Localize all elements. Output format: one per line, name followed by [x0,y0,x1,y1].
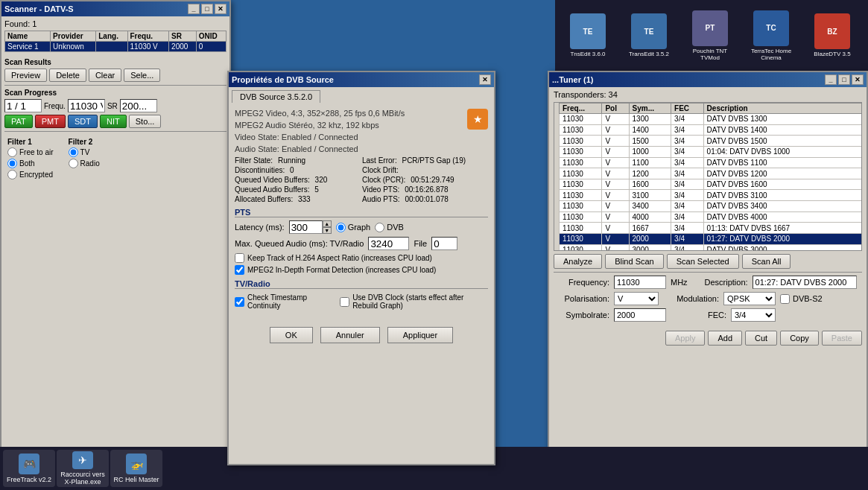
audio-pts-row: Audio PTS: 00:00:01.078 [362,195,488,203]
dvbs2-checkbox[interactable] [780,294,790,304]
video-pts-row: Video PTS: 00:16:26.878 [362,185,488,194]
taskbar-item-rchelmaster[interactable]: 🚁 RC Heli Master [110,450,162,487]
table-row[interactable]: 11030V13003/4DATV DVBS 1300 [560,114,863,125]
table-row[interactable]: 11030V34003/4DATV DVBS 3400 [560,201,863,212]
freq-value-input[interactable] [68,99,105,112]
progress-count-input[interactable] [4,99,42,112]
filter1-encrypted[interactable]: Encrypted [7,170,54,179]
properties-close-btn[interactable]: ✕ [479,74,491,85]
filter2-group: Filter 2 TV Radio [69,138,100,179]
scan-selected-button[interactable]: Scan Selected [667,254,739,269]
app-blazedtv[interactable]: BZ BlazeDTV 3.5 [803,6,861,66]
max-audio-input[interactable] [368,237,409,250]
blind-scan-button[interactable]: Blind Scan [605,254,664,269]
filter2-tv-radio[interactable] [69,147,78,157]
vpts-label: Video PTS: [362,185,399,194]
graph-radio[interactable]: Graph [336,223,371,232]
table-row[interactable]: 11030V40003/4DATV DVBS 4000 [560,211,863,223]
latency-up-arrow[interactable]: ▲ [323,220,332,227]
paste-button[interactable]: Paste [822,331,862,346]
tv-radio-checkboxes: Check Timestamp Continuity Use DVB Clock… [235,291,488,312]
cell-provider: Unknown [51,42,96,52]
analyze-button[interactable]: Analyze [554,254,602,269]
table-row[interactable]: 11030V30003/4DATV DVBS 3000 [560,244,863,251]
filter2-radio-radio[interactable] [69,159,78,168]
file-input[interactable] [431,237,457,250]
table-row[interactable]: Service 1 Unknown 11030 V 2000 0 [5,42,226,52]
preview-button[interactable]: Preview [4,69,47,82]
filter2-radio[interactable]: Radio [69,159,100,168]
scanner-minimize-btn[interactable]: _ [188,4,200,14]
sdt-button[interactable]: SDT [68,115,98,128]
table-row[interactable]: 11030V11003/4DATV DVBS 1100 [560,157,863,168]
apts-value: 00:00:01.078 [405,195,448,203]
filter1-fta-radio[interactable] [7,147,17,157]
transponders-scroll[interactable]: Freq... Pol Sym... FEC Description 11030… [554,102,862,251]
stop-button[interactable]: Sto... [129,115,162,128]
polarisation-select[interactable]: V H [614,292,659,305]
checkbox1-input[interactable] [235,253,244,263]
app-transedit[interactable]: TE TransEdit 3.5.2 [620,6,678,66]
apply-button[interactable]: Appliquer [387,327,453,343]
filter1-fta[interactable]: Free to air [7,147,54,157]
table-row[interactable]: 11030V10003/401:04: DATV DVBS 1000 [560,146,863,157]
checkbox2-input[interactable] [235,265,244,275]
apply-tuner-button[interactable]: Apply [665,331,706,346]
symbolrate-input[interactable] [614,308,666,322]
table-row-selected[interactable]: 11030V20003/401:27: DATV DVBS 2000 [560,234,863,245]
frequency-input[interactable] [614,276,666,289]
tuner-maximize-btn[interactable]: □ [838,74,850,85]
select-button[interactable]: Sele... [124,69,160,82]
dvb-radio[interactable]: DVB [375,223,404,232]
dvb-source-tab[interactable]: DVB Source 3.5.2.0 [232,90,320,103]
checkbox3-row[interactable]: Check Timestamp Continuity [235,293,325,310]
filter1-both[interactable]: Both [7,159,54,168]
checkbox3-input[interactable] [235,297,244,307]
app-terratec[interactable]: TC TerraTec Home Cinema [742,6,800,66]
add-button[interactable]: Add [708,331,742,346]
filter-state-label: Filter State: [235,156,273,165]
taskbar-label-xplane: Raccourci vers X-Plane.exe [58,471,107,486]
checkbox4-input[interactable] [340,297,349,307]
latency-input[interactable] [289,220,323,234]
filter2-tv[interactable]: TV [69,147,100,157]
pat-button[interactable]: PAT [4,115,33,128]
dvbs2-checkbox-row[interactable]: DVB-S2 [780,294,823,304]
clear-button[interactable]: Clear [89,69,121,82]
pmt-button[interactable]: PMT [35,115,66,128]
table-row[interactable]: 11030V14003/4DATV DVBS 1400 [560,124,863,136]
col-provider: Provider [51,31,96,42]
cancel-button[interactable]: Annuler [320,327,380,343]
dvb-radio-input[interactable] [375,223,384,232]
delete-button[interactable]: Delete [49,69,86,82]
fec-select[interactable]: 3/4 1/2 2/3 5/6 7/8 Auto [731,308,776,322]
description-input[interactable] [753,276,857,289]
table-row[interactable]: 11030V31003/4DATV DVBS 3100 [560,190,863,201]
copy-button[interactable]: Copy [780,331,819,346]
sr-value-input[interactable] [120,99,157,112]
scan-all-button[interactable]: Scan All [742,254,791,269]
checkbox4-row[interactable]: Use DVB Clock (starts effect after Rebui… [340,293,488,310]
taskbar-item-freetrack[interactable]: 🎮 FreeTrack v2.2 [3,450,55,487]
scanner-maximize-btn[interactable]: □ [201,4,213,14]
checkbox1-row[interactable]: Keep Track of H.264 Aspect Ratio (increa… [235,253,488,263]
cut-button[interactable]: Cut [745,331,777,346]
table-row[interactable]: 11030V16003/4DATV DVBS 1600 [560,179,863,190]
ok-button[interactable]: OK [270,327,313,343]
tuner-close-btn[interactable]: ✕ [852,74,864,85]
app-pouchin[interactable]: PT Pouchin TNT TVMod [681,6,739,66]
table-row[interactable]: 11030V16673/401:13: DATV DVBS 1667 [560,223,863,234]
tuner-minimize-btn[interactable]: _ [825,74,837,85]
latency-down-arrow[interactable]: ▼ [323,227,332,234]
nit-button[interactable]: NIT [100,115,127,128]
graph-radio-input[interactable] [336,223,346,232]
table-row[interactable]: 11030V15003/4DATV DVBS 1500 [560,136,863,147]
modulation-select[interactable]: QPSK 8PSK [723,292,776,305]
filter1-encrypted-radio[interactable] [7,170,17,179]
filter1-both-radio[interactable] [7,159,17,168]
taskbar-item-xplane[interactable]: ✈ Raccourci vers X-Plane.exe [57,450,109,487]
checkbox2-row[interactable]: MPEG2 In-Depth Format Detection (increas… [235,265,488,275]
scanner-close-btn[interactable]: ✕ [215,4,226,14]
table-row[interactable]: 11030V12003/4DATV DVBS 1200 [560,168,863,179]
app-tnsedit[interactable]: TE TnsEdit 3.6.0 [559,6,617,66]
